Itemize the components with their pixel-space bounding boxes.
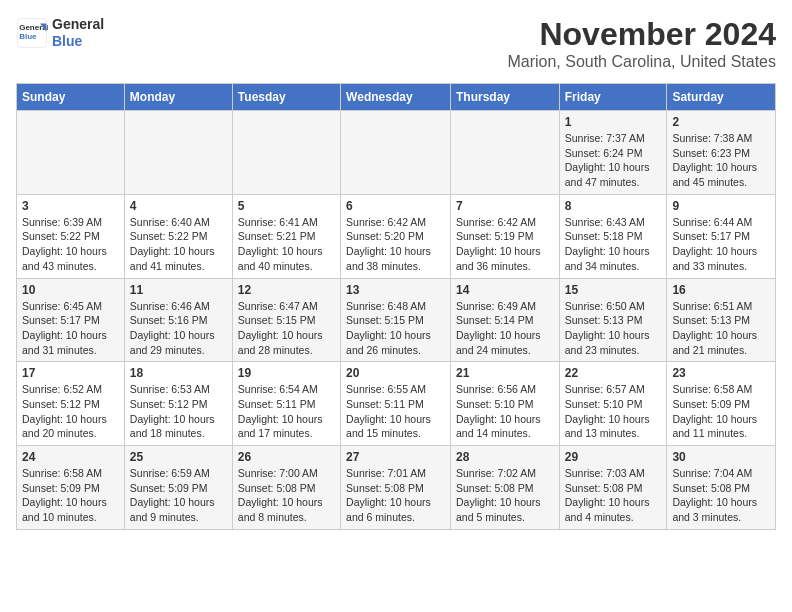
- day-number: 24: [22, 450, 119, 464]
- day-cell: [450, 111, 559, 195]
- day-info: Sunrise: 6:57 AMSunset: 5:10 PMDaylight:…: [565, 382, 662, 441]
- day-number: 9: [672, 199, 770, 213]
- day-cell: 15Sunrise: 6:50 AMSunset: 5:13 PMDayligh…: [559, 278, 667, 362]
- day-info: Sunrise: 6:41 AMSunset: 5:21 PMDaylight:…: [238, 215, 335, 274]
- day-cell: 2Sunrise: 7:38 AMSunset: 6:23 PMDaylight…: [667, 111, 776, 195]
- day-info: Sunrise: 6:58 AMSunset: 5:09 PMDaylight:…: [672, 382, 770, 441]
- day-cell: 5Sunrise: 6:41 AMSunset: 5:21 PMDaylight…: [232, 194, 340, 278]
- day-info: Sunrise: 6:55 AMSunset: 5:11 PMDaylight:…: [346, 382, 445, 441]
- day-cell: 9Sunrise: 6:44 AMSunset: 5:17 PMDaylight…: [667, 194, 776, 278]
- week-row-5: 24Sunrise: 6:58 AMSunset: 5:09 PMDayligh…: [17, 446, 776, 530]
- day-number: 20: [346, 366, 445, 380]
- day-header-friday: Friday: [559, 84, 667, 111]
- header: General Blue General Blue November 2024 …: [16, 16, 776, 71]
- day-number: 19: [238, 366, 335, 380]
- day-info: Sunrise: 7:01 AMSunset: 5:08 PMDaylight:…: [346, 466, 445, 525]
- day-number: 14: [456, 283, 554, 297]
- day-number: 11: [130, 283, 227, 297]
- day-info: Sunrise: 7:37 AMSunset: 6:24 PMDaylight:…: [565, 131, 662, 190]
- day-info: Sunrise: 6:43 AMSunset: 5:18 PMDaylight:…: [565, 215, 662, 274]
- day-info: Sunrise: 6:46 AMSunset: 5:16 PMDaylight:…: [130, 299, 227, 358]
- day-header-tuesday: Tuesday: [232, 84, 340, 111]
- day-number: 29: [565, 450, 662, 464]
- day-cell: 24Sunrise: 6:58 AMSunset: 5:09 PMDayligh…: [17, 446, 125, 530]
- day-info: Sunrise: 6:50 AMSunset: 5:13 PMDaylight:…: [565, 299, 662, 358]
- day-info: Sunrise: 6:52 AMSunset: 5:12 PMDaylight:…: [22, 382, 119, 441]
- day-cell: 3Sunrise: 6:39 AMSunset: 5:22 PMDaylight…: [17, 194, 125, 278]
- day-info: Sunrise: 6:56 AMSunset: 5:10 PMDaylight:…: [456, 382, 554, 441]
- day-cell: 7Sunrise: 6:42 AMSunset: 5:19 PMDaylight…: [450, 194, 559, 278]
- day-cell: [341, 111, 451, 195]
- day-number: 2: [672, 115, 770, 129]
- header-row: SundayMondayTuesdayWednesdayThursdayFrid…: [17, 84, 776, 111]
- location-title: Marion, South Carolina, United States: [507, 53, 776, 71]
- day-cell: 11Sunrise: 6:46 AMSunset: 5:16 PMDayligh…: [124, 278, 232, 362]
- day-cell: [17, 111, 125, 195]
- day-cell: 30Sunrise: 7:04 AMSunset: 5:08 PMDayligh…: [667, 446, 776, 530]
- day-cell: [232, 111, 340, 195]
- logo-icon: General Blue: [16, 17, 48, 49]
- day-number: 8: [565, 199, 662, 213]
- day-cell: 6Sunrise: 6:42 AMSunset: 5:20 PMDaylight…: [341, 194, 451, 278]
- day-cell: [124, 111, 232, 195]
- day-number: 7: [456, 199, 554, 213]
- day-info: Sunrise: 6:48 AMSunset: 5:15 PMDaylight:…: [346, 299, 445, 358]
- day-info: Sunrise: 6:59 AMSunset: 5:09 PMDaylight:…: [130, 466, 227, 525]
- svg-text:Blue: Blue: [19, 31, 37, 40]
- day-cell: 27Sunrise: 7:01 AMSunset: 5:08 PMDayligh…: [341, 446, 451, 530]
- day-number: 30: [672, 450, 770, 464]
- day-number: 3: [22, 199, 119, 213]
- day-info: Sunrise: 6:39 AMSunset: 5:22 PMDaylight:…: [22, 215, 119, 274]
- day-cell: 13Sunrise: 6:48 AMSunset: 5:15 PMDayligh…: [341, 278, 451, 362]
- day-number: 28: [456, 450, 554, 464]
- day-info: Sunrise: 7:38 AMSunset: 6:23 PMDaylight:…: [672, 131, 770, 190]
- day-header-monday: Monday: [124, 84, 232, 111]
- day-number: 26: [238, 450, 335, 464]
- title-area: November 2024 Marion, South Carolina, Un…: [507, 16, 776, 71]
- day-cell: 1Sunrise: 7:37 AMSunset: 6:24 PMDaylight…: [559, 111, 667, 195]
- week-row-2: 3Sunrise: 6:39 AMSunset: 5:22 PMDaylight…: [17, 194, 776, 278]
- day-cell: 17Sunrise: 6:52 AMSunset: 5:12 PMDayligh…: [17, 362, 125, 446]
- day-cell: 8Sunrise: 6:43 AMSunset: 5:18 PMDaylight…: [559, 194, 667, 278]
- day-number: 12: [238, 283, 335, 297]
- day-number: 10: [22, 283, 119, 297]
- day-cell: 21Sunrise: 6:56 AMSunset: 5:10 PMDayligh…: [450, 362, 559, 446]
- day-number: 18: [130, 366, 227, 380]
- day-info: Sunrise: 6:53 AMSunset: 5:12 PMDaylight:…: [130, 382, 227, 441]
- day-number: 25: [130, 450, 227, 464]
- day-cell: 23Sunrise: 6:58 AMSunset: 5:09 PMDayligh…: [667, 362, 776, 446]
- day-cell: 25Sunrise: 6:59 AMSunset: 5:09 PMDayligh…: [124, 446, 232, 530]
- day-info: Sunrise: 6:42 AMSunset: 5:20 PMDaylight:…: [346, 215, 445, 274]
- day-cell: 10Sunrise: 6:45 AMSunset: 5:17 PMDayligh…: [17, 278, 125, 362]
- day-cell: 22Sunrise: 6:57 AMSunset: 5:10 PMDayligh…: [559, 362, 667, 446]
- day-cell: 4Sunrise: 6:40 AMSunset: 5:22 PMDaylight…: [124, 194, 232, 278]
- month-title: November 2024: [507, 16, 776, 53]
- logo: General Blue General Blue: [16, 16, 104, 50]
- week-row-3: 10Sunrise: 6:45 AMSunset: 5:17 PMDayligh…: [17, 278, 776, 362]
- day-cell: 14Sunrise: 6:49 AMSunset: 5:14 PMDayligh…: [450, 278, 559, 362]
- day-number: 17: [22, 366, 119, 380]
- day-number: 22: [565, 366, 662, 380]
- day-cell: 12Sunrise: 6:47 AMSunset: 5:15 PMDayligh…: [232, 278, 340, 362]
- week-row-1: 1Sunrise: 7:37 AMSunset: 6:24 PMDaylight…: [17, 111, 776, 195]
- logo-text: General Blue: [52, 16, 104, 50]
- day-number: 13: [346, 283, 445, 297]
- day-cell: 28Sunrise: 7:02 AMSunset: 5:08 PMDayligh…: [450, 446, 559, 530]
- day-info: Sunrise: 6:40 AMSunset: 5:22 PMDaylight:…: [130, 215, 227, 274]
- day-number: 15: [565, 283, 662, 297]
- day-info: Sunrise: 6:44 AMSunset: 5:17 PMDaylight:…: [672, 215, 770, 274]
- day-info: Sunrise: 6:58 AMSunset: 5:09 PMDaylight:…: [22, 466, 119, 525]
- day-number: 16: [672, 283, 770, 297]
- day-info: Sunrise: 7:02 AMSunset: 5:08 PMDaylight:…: [456, 466, 554, 525]
- day-cell: 20Sunrise: 6:55 AMSunset: 5:11 PMDayligh…: [341, 362, 451, 446]
- day-header-wednesday: Wednesday: [341, 84, 451, 111]
- day-number: 6: [346, 199, 445, 213]
- day-info: Sunrise: 6:47 AMSunset: 5:15 PMDaylight:…: [238, 299, 335, 358]
- day-info: Sunrise: 6:42 AMSunset: 5:19 PMDaylight:…: [456, 215, 554, 274]
- day-number: 23: [672, 366, 770, 380]
- day-number: 27: [346, 450, 445, 464]
- day-info: Sunrise: 6:54 AMSunset: 5:11 PMDaylight:…: [238, 382, 335, 441]
- day-cell: 16Sunrise: 6:51 AMSunset: 5:13 PMDayligh…: [667, 278, 776, 362]
- day-info: Sunrise: 7:04 AMSunset: 5:08 PMDaylight:…: [672, 466, 770, 525]
- day-header-sunday: Sunday: [17, 84, 125, 111]
